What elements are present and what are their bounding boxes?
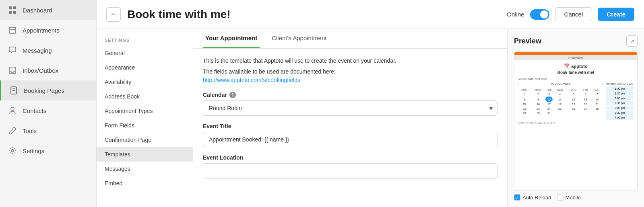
book-icon: [9, 86, 18, 95]
sidebar-item-settings[interactable]: Settings: [0, 141, 96, 161]
form-description-line2: The fields available to be used are docu…: [203, 68, 497, 84]
tab-clients-appointment[interactable]: Client's Appointment: [269, 29, 329, 48]
calendar-label: Calendar ?: [203, 92, 497, 98]
next-month-icon[interactable]: ›: [602, 82, 603, 86]
sidebar-item-label: Dashboard: [23, 7, 52, 14]
timeslot-1[interactable]: 1:00 pm: [606, 86, 634, 91]
timeslot-3[interactable]: 2:00 pm: [606, 96, 634, 100]
sidebar-item-label: Settings: [23, 148, 44, 154]
cal-date[interactable]: 1: [518, 92, 531, 96]
event-title-section: Event Title: [203, 123, 497, 147]
cal-day-sun: SUN: [518, 88, 531, 92]
preview-content: 📅 apptoto Book time with me! Select date…: [514, 60, 637, 128]
content-area: SETTINGS General Appearance Availability…: [97, 29, 644, 207]
calendar-help-icon[interactable]: ?: [229, 92, 236, 98]
svg-point-14: [11, 150, 14, 152]
settings-item-confirmation-page[interactable]: Confirmation Page: [97, 133, 193, 147]
grid-icon: [8, 6, 17, 14]
svg-rect-3: [13, 11, 16, 14]
sidebar-item-label: Booking Pages: [24, 87, 64, 94]
back-button[interactable]: ←: [106, 7, 121, 22]
form-description-line1: This is the template that Apptoto will u…: [203, 57, 497, 65]
page-header: ← Book time with me! Online Cancel Creat…: [97, 0, 644, 29]
settings-item-availability[interactable]: Availability: [97, 75, 193, 89]
timeslot-5[interactable]: 3:00 pm: [606, 106, 634, 110]
preview-calendar: SUN MON TUE WED THU FRI SAT: [518, 88, 603, 115]
sidebar-item-dashboard[interactable]: Dashboard: [0, 0, 96, 20]
timeslot-6[interactable]: 3:30 pm: [606, 111, 634, 115]
preview-cal-icon: 📅: [564, 64, 570, 69]
settings-item-form-fields[interactable]: Form Fields: [97, 118, 193, 133]
wrench-icon: [8, 126, 17, 135]
settings-item-templates[interactable]: Templates: [97, 147, 193, 162]
cal-day-mon: MON: [531, 88, 545, 92]
preview-controls: ✓ Auto Reload Mobile: [514, 194, 638, 201]
cal-day-sat: SAT: [591, 88, 603, 92]
event-location-label: Event Location: [203, 154, 497, 161]
timeslot-2[interactable]: 1:30 pm: [606, 91, 634, 96]
sidebar-item-messaging[interactable]: Messaging: [0, 40, 96, 60]
sidebar-item-label: Messaging: [23, 47, 52, 54]
sidebar-item-inbox[interactable]: Inbox/Outbox: [0, 60, 96, 80]
form-area: Your Appointment Client's Appointment Th…: [193, 29, 507, 207]
sidebar-item-booking[interactable]: Booking Pages: [0, 80, 96, 100]
preview-apptoto-brand: 📅 apptoto: [518, 64, 634, 69]
form-tabs: Your Appointment Client's Appointment: [193, 29, 507, 49]
sidebar-item-label: Inbox/Outbox: [23, 67, 58, 74]
event-title-input[interactable]: [203, 132, 497, 147]
external-link-icon[interactable]: ↗: [626, 35, 638, 47]
auto-reload-checkbox[interactable]: ✓ Auto Reload: [514, 194, 551, 201]
inbox-icon: [8, 66, 17, 75]
settings-item-appointment-types[interactable]: Appointment Types: [97, 104, 193, 118]
booking-fields-link[interactable]: http://www.apptoto.com/s/bookingfields: [203, 77, 300, 83]
sidebar-item-tools[interactable]: Tools: [0, 121, 96, 141]
create-button[interactable]: Create: [598, 8, 634, 21]
online-label: Online: [507, 11, 524, 18]
preview-banner: [514, 52, 637, 55]
sidebar-item-appointments[interactable]: Appointments: [0, 20, 96, 40]
chat-icon: [8, 46, 17, 55]
cal-day-tue: TUE: [545, 88, 553, 92]
settings-item-embed[interactable]: Embed: [97, 176, 193, 191]
sidebar-item-contacts[interactable]: Contacts: [0, 100, 96, 121]
calendar-icon: [8, 26, 17, 35]
settings-item-appearance[interactable]: Appearance: [97, 60, 193, 75]
preview-day-label: Monday, Oct 10, 2023: [606, 82, 634, 85]
header-actions: Online Cancel Create: [507, 7, 634, 21]
timeslot-7[interactable]: 4:00 pm: [606, 115, 634, 120]
calendar-select[interactable]: Round Robin Personal Work: [203, 100, 497, 116]
preview-timezone: (GMT-07:00) Pacific Time (US...: [518, 122, 634, 125]
sidebar-item-label: Contacts: [23, 107, 46, 114]
mobile-checkbox-box[interactable]: [557, 194, 564, 201]
main-sidebar: Dashboard Appointments Messaging: [0, 0, 97, 207]
gear-icon: [8, 146, 17, 155]
event-location-input[interactable]: [203, 163, 497, 178]
calendar-select-wrapper: Round Robin Personal Work ▾: [203, 100, 497, 116]
preview-booking-title: Book time with me!: [518, 70, 634, 75]
month-label: October 2023: [551, 82, 570, 86]
auto-reload-check-icon: ✓: [516, 195, 519, 200]
settings-item-address-book[interactable]: Address Book: [97, 89, 193, 104]
preview-month-nav: ‹ October 2023 ›: [518, 82, 603, 86]
page-title: Book time with me!: [127, 8, 500, 21]
preview-select-date-label: Select date and time: [518, 77, 634, 81]
settings-item-general[interactable]: General: [97, 46, 193, 60]
settings-section-label: SETTINGS: [97, 35, 193, 46]
cal-day-wed: WED: [553, 88, 567, 92]
event-title-label: Event Title: [203, 123, 497, 129]
timeslot-4[interactable]: 2:30 pm: [606, 101, 634, 105]
settings-item-messages[interactable]: Messages: [97, 162, 193, 176]
form-body: This is the template that Apptoto will u…: [193, 49, 507, 187]
online-toggle[interactable]: [530, 9, 549, 20]
auto-reload-checkbox-box[interactable]: ✓: [514, 194, 520, 201]
preview-title: Preview: [514, 37, 541, 45]
mobile-label: Mobile: [566, 195, 581, 201]
preview-timeslots: Monday, Oct 10, 2023 1:00 pm 1:30 pm 2:0…: [606, 82, 634, 120]
cancel-button[interactable]: Cancel: [555, 7, 592, 21]
calendar-section: Calendar ? Round Robin Personal Work ▾: [203, 92, 497, 116]
tab-your-appointment[interactable]: Your Appointment: [203, 29, 260, 48]
mobile-checkbox[interactable]: Mobile: [557, 194, 581, 201]
svg-rect-1: [13, 6, 16, 9]
main-content: ← Book time with me! Online Cancel Creat…: [97, 0, 644, 207]
prev-month-icon[interactable]: ‹: [518, 82, 519, 86]
